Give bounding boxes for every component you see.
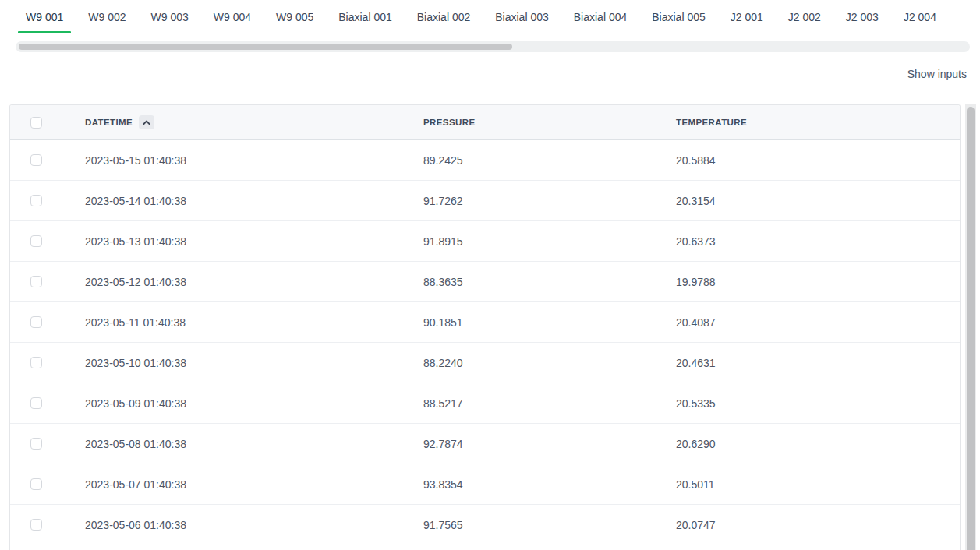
row-checkbox[interactable] xyxy=(30,195,42,206)
pressure-cell: 91.8915 xyxy=(423,235,676,248)
pressure-header-cell: PRESSURE xyxy=(423,118,676,127)
select-all-checkbox[interactable] xyxy=(30,117,42,129)
tab-label: Biaxial 001 xyxy=(338,11,392,23)
row-checkbox[interactable] xyxy=(30,478,42,490)
temperature-cell: 20.6290 xyxy=(676,438,960,450)
pressure-cell: 88.2240 xyxy=(423,357,676,369)
table-row: 2023-05-11 01:40:38 90.1851 20.4087 xyxy=(10,302,960,343)
active-tab-indicator xyxy=(18,31,71,33)
tab-w9-002[interactable]: W9 002 xyxy=(76,0,138,34)
temperature-cell: 20.5884 xyxy=(676,154,960,167)
sensor-tab-bar: W9 001 W9 002 W9 003 W9 004 W9 005 Biaxi… xyxy=(0,0,980,34)
tab-label: J2 004 xyxy=(904,11,936,23)
tab-label: W9 001 xyxy=(26,11,63,23)
tab-biaxial-005[interactable]: Biaxial 005 xyxy=(639,0,718,34)
tab-label: W9 005 xyxy=(276,11,313,23)
row-checkbox[interactable] xyxy=(30,519,42,531)
datetime-cell: 2023-05-10 01:40:38 xyxy=(85,357,423,369)
tab-label: W9 002 xyxy=(88,11,126,23)
datetime-cell: 2023-05-15 01:40:38 xyxy=(85,154,423,167)
datetime-cell: 2023-05-07 01:40:38 xyxy=(85,478,423,491)
tab-w9-003[interactable]: W9 003 xyxy=(139,0,201,34)
vertical-scrollbar-thumb[interactable] xyxy=(967,107,975,550)
datetime-cell: 2023-05-12 01:40:38 xyxy=(85,276,423,288)
checkbox-cell xyxy=(10,316,85,328)
tab-j2-002[interactable]: J2 002 xyxy=(776,0,833,34)
row-checkbox[interactable] xyxy=(30,154,42,166)
table-vertical-scrollbar[interactable] xyxy=(965,104,976,550)
tab-label: W9 004 xyxy=(214,11,251,23)
temperature-cell: 20.6373 xyxy=(676,235,960,248)
tab-label: J2 003 xyxy=(846,11,879,23)
row-checkbox[interactable] xyxy=(30,276,42,287)
tab-label: Biaxial 002 xyxy=(417,11,471,23)
tab-w9-005[interactable]: W9 005 xyxy=(264,0,326,34)
pressure-cell: 91.7262 xyxy=(423,195,676,207)
table-row: 2023-05-15 01:40:38 89.2425 20.5884 xyxy=(10,140,960,181)
column-header-pressure[interactable]: PRESSURE xyxy=(423,118,475,127)
temperature-cell: 20.5011 xyxy=(676,478,960,491)
pressure-cell: 89.2425 xyxy=(423,154,676,167)
datetime-cell: 2023-05-14 01:40:38 xyxy=(85,195,423,207)
datetime-cell: 2023-05-06 01:40:38 xyxy=(85,519,423,531)
datetime-header-cell: DATETIME xyxy=(85,115,423,129)
table-row: 2023-05-07 01:40:38 93.8354 20.5011 xyxy=(10,464,960,505)
temperature-cell: 20.3154 xyxy=(676,195,960,207)
checkbox-cell xyxy=(10,438,85,450)
tab-biaxial-002[interactable]: Biaxial 002 xyxy=(405,0,483,34)
select-all-cell xyxy=(10,117,85,129)
row-checkbox[interactable] xyxy=(30,438,42,450)
checkbox-cell xyxy=(10,235,85,247)
temperature-cell: 20.0747 xyxy=(676,519,960,531)
data-table: DATETIME PRESSURE TEMPERATURE 2023-05-15… xyxy=(9,104,961,550)
table-header-row: DATETIME PRESSURE TEMPERATURE xyxy=(10,105,960,140)
checkbox-cell xyxy=(10,154,85,166)
tab-label: W9 003 xyxy=(151,11,189,23)
tab-j2-001[interactable]: J2 001 xyxy=(718,0,776,34)
pressure-cell: 88.3635 xyxy=(423,276,676,288)
checkbox-cell xyxy=(10,478,85,490)
horizontal-scrollbar-thumb[interactable] xyxy=(19,44,512,50)
datetime-cell: 2023-05-08 01:40:38 xyxy=(85,438,423,450)
sort-ascending-button[interactable] xyxy=(139,115,154,129)
tab-biaxial-001[interactable]: Biaxial 001 xyxy=(326,0,405,34)
tab-w9-004[interactable]: W9 004 xyxy=(201,0,264,34)
pressure-cell: 90.1851 xyxy=(423,316,676,329)
pressure-cell: 92.7874 xyxy=(423,438,676,450)
tab-w9-001[interactable]: W9 001 xyxy=(13,0,76,34)
temperature-cell: 20.4631 xyxy=(676,357,960,369)
table-row: 2023-05-14 01:40:38 91.7262 20.3154 xyxy=(10,181,960,221)
row-checkbox[interactable] xyxy=(30,316,42,328)
column-header-temperature[interactable]: TEMPERATURE xyxy=(676,118,747,127)
table-row: 2023-05-06 01:40:38 91.7565 20.0747 xyxy=(10,505,960,545)
show-inputs-link[interactable]: Show inputs xyxy=(907,68,967,80)
checkbox-cell xyxy=(10,276,85,287)
checkbox-cell xyxy=(10,397,85,409)
chevron-up-icon xyxy=(143,120,150,125)
datetime-cell: 2023-05-11 01:40:38 xyxy=(85,316,423,329)
tab-j2-003[interactable]: J2 003 xyxy=(833,0,891,34)
table-row: 2023-05-08 01:40:38 92.7874 20.6290 xyxy=(10,424,960,464)
table-row: 2023-05-09 01:40:38 88.5217 20.5335 xyxy=(10,383,960,424)
checkbox-cell xyxy=(10,195,85,206)
tab-biaxial-004[interactable]: Biaxial 004 xyxy=(561,0,640,34)
pressure-cell: 93.8354 xyxy=(423,478,676,491)
pressure-cell: 91.7565 xyxy=(423,519,676,531)
row-checkbox[interactable] xyxy=(30,235,42,247)
pressure-cell: 88.5217 xyxy=(423,397,676,410)
tabbar-divider xyxy=(0,55,980,55)
row-checkbox[interactable] xyxy=(30,357,42,368)
tab-label: J2 001 xyxy=(731,11,763,23)
column-header-datetime[interactable]: DATETIME xyxy=(85,118,133,127)
tab-label: J2 002 xyxy=(788,11,821,23)
table-row: 2023-05-10 01:40:38 88.2240 20.4631 xyxy=(10,343,960,383)
datetime-cell: 2023-05-09 01:40:38 xyxy=(85,397,423,410)
tab-label: Biaxial 005 xyxy=(652,11,706,23)
tabs-horizontal-scrollbar[interactable] xyxy=(16,41,970,52)
checkbox-cell xyxy=(10,519,85,531)
tab-biaxial-003[interactable]: Biaxial 003 xyxy=(483,0,561,34)
table-row: 2023-05-12 01:40:38 88.3635 19.9788 xyxy=(10,262,960,302)
temperature-header-cell: TEMPERATURE xyxy=(676,118,960,127)
tab-j2-004[interactable]: J2 004 xyxy=(891,0,949,34)
row-checkbox[interactable] xyxy=(30,397,42,409)
